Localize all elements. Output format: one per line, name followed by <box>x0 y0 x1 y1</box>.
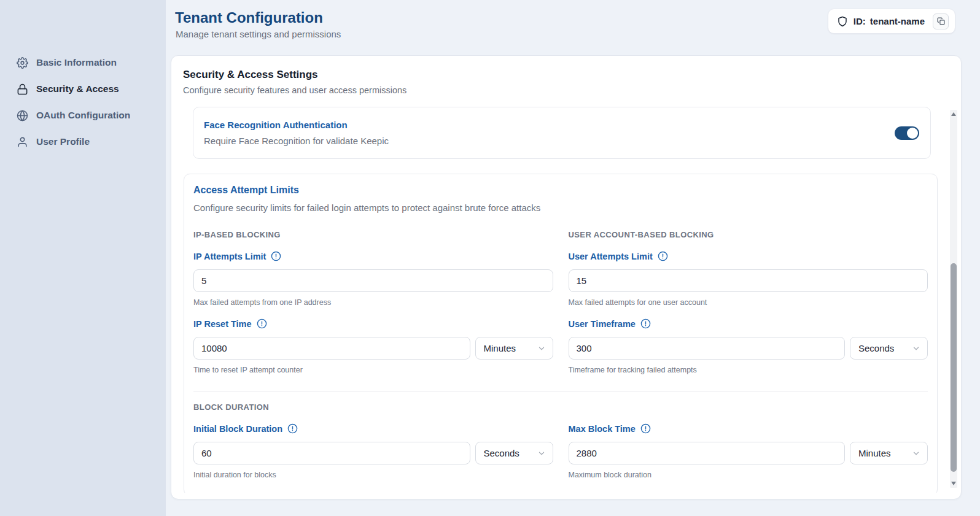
max-block-time-unit-select[interactable]: Minutes <box>850 442 928 464</box>
tenant-id-label: ID: <box>854 16 866 26</box>
globe-icon <box>17 110 28 121</box>
sidebar-item-label: User Profile <box>36 136 90 147</box>
chevron-down-icon <box>912 344 920 353</box>
section-divider <box>193 391 928 391</box>
user-timeframe-input[interactable] <box>569 337 846 360</box>
tenant-id-badge: ID: tenant-name <box>828 9 955 34</box>
ip-reset-time-unit-select[interactable]: Minutes <box>475 337 553 360</box>
face-recognition-toggle[interactable] <box>895 126 919 140</box>
chevron-down-icon <box>912 449 920 458</box>
sidebar-item-label: Basic Information <box>36 57 117 68</box>
initial-block-duration-input[interactable] <box>193 442 470 464</box>
ip-reset-time-input[interactable] <box>193 337 470 360</box>
field-label: Max Block Time <box>569 423 928 434</box>
field-ip-reset-time: IP Reset Time Minutes <box>193 318 553 374</box>
access-attempt-limits-card: Access Attempt Limits Configure security… <box>184 174 938 493</box>
initial-block-duration-unit-select[interactable]: Seconds <box>475 442 553 464</box>
scroll-up-button[interactable] <box>950 110 957 118</box>
field-ip-attempts-limit: IP Attempts Limit Max failed attempts fr… <box>193 251 553 307</box>
field-label: User Timeframe <box>569 318 928 329</box>
tenant-id-value: tenant-name <box>870 16 925 26</box>
field-helper: Time to reset IP attempt counter <box>193 366 553 374</box>
scrollbar-thumb[interactable] <box>951 263 957 472</box>
security-access-panel: Security & Access Settings Configure sec… <box>171 55 962 499</box>
field-helper: Max failed attempts from one IP address <box>193 298 553 307</box>
field-initial-block-duration: Initial Block Duration Seconds <box>193 423 553 479</box>
field-helper: Timeframe for tracking failed attempts <box>569 366 928 374</box>
field-max-block-time: Max Block Time Minutes <box>569 423 928 479</box>
user-icon <box>17 136 28 148</box>
access-limits-title: Access Attempt Limits <box>193 185 928 196</box>
shield-icon <box>837 16 848 27</box>
info-icon[interactable] <box>640 318 651 329</box>
sidebar-item-security-access[interactable]: Security & Access <box>0 78 166 100</box>
sidebar: Basic Information Security & Access OAut… <box>0 0 166 516</box>
user-timeframe-unit-select[interactable]: Seconds <box>850 337 928 360</box>
page-title: Tenant Configuration <box>175 9 323 26</box>
copy-button[interactable] <box>933 13 949 29</box>
section-header-user-blocking: USER ACCOUNT-BASED BLOCKING <box>569 230 928 239</box>
scroll-up-arrow-icon <box>951 112 956 116</box>
field-label: User Attempts Limit <box>569 251 928 261</box>
panel-subtitle: Configure security features and user acc… <box>183 85 949 95</box>
section-header-block-duration: BLOCK DURATION <box>193 402 553 412</box>
field-helper: Maximum block duration <box>569 471 928 479</box>
settings-scroll-area[interactable]: Face Recognition Authentication Require … <box>171 105 961 493</box>
scrollbar[interactable] <box>950 110 957 488</box>
toggle-knob <box>907 128 918 139</box>
face-recognition-card: Face Recognition Authentication Require … <box>193 107 931 159</box>
panel-title: Security & Access Settings <box>183 69 949 81</box>
field-user-attempts-limit: User Attempts Limit Max failed attempts … <box>569 251 928 307</box>
ip-attempts-limit-input[interactable] <box>193 269 553 292</box>
field-label: IP Reset Time <box>193 318 553 329</box>
scroll-down-arrow-icon <box>951 482 956 485</box>
sidebar-item-oauth-configuration[interactable]: OAuth Configuration <box>0 104 166 126</box>
panel-header: Security & Access Settings Configure sec… <box>171 56 961 95</box>
info-icon[interactable] <box>271 251 281 261</box>
chevron-down-icon <box>537 449 546 458</box>
field-helper: Initial duration for blocks <box>193 471 553 479</box>
info-icon[interactable] <box>287 423 298 434</box>
page-subtitle: Manage tenant settings and permissions <box>176 29 341 39</box>
scroll-down-button[interactable] <box>950 479 957 488</box>
field-label: IP Attempts Limit <box>193 251 553 261</box>
field-label: Initial Block Duration <box>193 423 553 434</box>
face-recognition-title: Face Recognition Authentication <box>204 120 389 130</box>
sidebar-item-label: Security & Access <box>36 83 119 94</box>
section-header-ip-blocking: IP-BASED BLOCKING <box>193 230 553 239</box>
gear-icon <box>17 57 28 69</box>
sidebar-item-user-profile[interactable]: User Profile <box>0 131 166 153</box>
info-icon[interactable] <box>640 423 651 434</box>
section-header-spacer <box>569 400 928 412</box>
lock-icon <box>17 83 28 95</box>
access-limits-form: IP-BASED BLOCKING USER ACCOUNT-BASED BLO… <box>193 228 928 479</box>
max-block-time-input[interactable] <box>569 442 846 464</box>
user-attempts-limit-input[interactable] <box>569 269 928 292</box>
field-helper: Max failed attempts for one user account <box>569 298 928 307</box>
info-icon[interactable] <box>658 251 668 261</box>
field-user-timeframe: User Timeframe Seconds <box>569 318 928 374</box>
info-icon[interactable] <box>257 318 267 329</box>
access-limits-description: Configure security limits for failed log… <box>193 202 928 213</box>
copy-icon <box>937 17 945 25</box>
sidebar-item-basic-information[interactable]: Basic Information <box>0 52 166 74</box>
sidebar-nav: Basic Information Security & Access OAut… <box>0 52 166 157</box>
face-recognition-text: Face Recognition Authentication Require … <box>204 120 389 146</box>
face-recognition-description: Require Face Recognition for validate Ke… <box>204 136 389 146</box>
sidebar-item-label: OAuth Configuration <box>36 110 130 121</box>
chevron-down-icon <box>537 344 546 353</box>
